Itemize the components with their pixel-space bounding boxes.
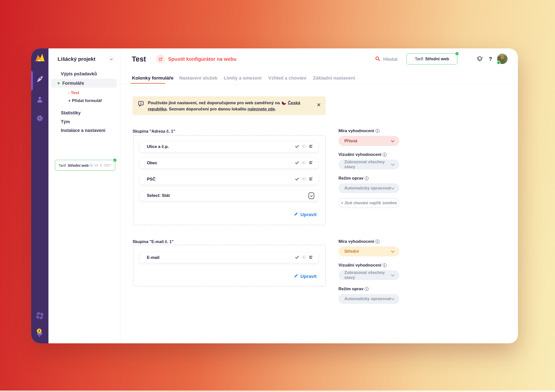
project-switcher-button[interactable] (108, 56, 114, 62)
rocket-icon (36, 76, 44, 84)
tariff-prefix: Tarif: (59, 163, 67, 167)
add-country-behavior-button[interactable]: + Jiné chování napříč zeměmi (338, 198, 399, 208)
tab-vzhled-a-chovani[interactable]: Vzhled a chování (268, 75, 306, 81)
header-tariff-check-icon: ✓ (455, 52, 459, 56)
banner-text-part3: . (275, 107, 276, 111)
banner-more-link[interactable]: naleznete zde (247, 107, 275, 111)
visual-eval-select[interactable]: Zobrazovat všechny stavy (338, 160, 399, 169)
banner-close-icon[interactable]: ✕ (316, 102, 321, 108)
autocomplete-disabled-icon (302, 255, 306, 260)
field-row-obec[interactable]: Obec (140, 158, 318, 168)
field-row-email[interactable]: E-mail (140, 252, 318, 263)
project-name: Lišácký projekt (58, 56, 95, 62)
sidebar-item-forms[interactable] (31, 74, 48, 85)
czech-flag-icon (282, 101, 286, 105)
project-nav: Lišácký projekt Výpis požadavků Formulář… (48, 48, 120, 343)
edit-group-adresa-button[interactable]: Upravit (294, 212, 316, 217)
field-label: PSČ (147, 177, 155, 182)
list-icon (309, 144, 313, 149)
info-icon[interactable]: i (383, 153, 387, 157)
correction-mode-select[interactable]: Automaticky opravovat (338, 183, 399, 193)
visual-eval-label-2: Vizuální vyhodnocení i (338, 263, 387, 268)
field-row-select-stat[interactable]: Select: Stát (140, 190, 318, 201)
main-content: Test Spustit konfigurátor na webu Hledat (120, 48, 518, 343)
launch-configurator-label: Spustit konfigurátor na webu (168, 56, 237, 62)
info-icon[interactable]: i (383, 263, 387, 267)
banner-text: Používáte jiné nastavení, než doporučuje… (148, 100, 309, 112)
search-icon (375, 56, 380, 62)
info-icon[interactable]: i (376, 129, 379, 133)
autocomplete-disabled-icon (302, 177, 306, 182)
list-icon (309, 161, 313, 165)
sidebar-item-instalace[interactable]: Instalace a nastavení (61, 128, 105, 133)
sidebar-item-formulare[interactable]: Formuláře (51, 79, 117, 88)
bell-icon (476, 59, 483, 63)
edit-label: Upravit (300, 274, 316, 279)
correction-mode-value-2: Automaticky opravovat (344, 296, 391, 301)
tariff-check-icon: ✓ (113, 158, 117, 162)
tariff-box[interactable]: Tarif: Střední web do 14. 6. 2027 ✓ (55, 160, 115, 171)
notifications-button[interactable] (476, 56, 483, 63)
label-text: Režim oprav (338, 287, 363, 291)
support-button[interactable] (31, 310, 48, 322)
banner-text-part1: Používáte jiné nastavení, než doporučuje… (148, 101, 280, 105)
page-title: Test (132, 55, 146, 63)
visual-eval-select-2[interactable]: Zobrazovat všechny stavy (338, 270, 399, 280)
foxentry-fox-logo-icon (35, 53, 45, 63)
tab-limity-a-omezeni[interactable]: Limity a omezení (224, 75, 262, 81)
search-button[interactable]: Hledat (375, 56, 398, 62)
chevron-down-icon (391, 162, 394, 167)
sidebar-item-vypis-pozadavku[interactable]: Výpis požadavků (61, 71, 97, 77)
info-icon[interactable]: i (365, 287, 369, 291)
field-row-psc[interactable]: PSČ (140, 174, 318, 185)
bottom-edge-strip (0, 391, 555, 392)
select-dropdown-button[interactable] (309, 192, 314, 199)
eval-level-select-2[interactable]: Střední (338, 247, 399, 256)
tab-nastaveni-sluzeb[interactable]: Nastavení služeb (179, 75, 217, 81)
chevron-down-icon (391, 296, 394, 301)
info-icon[interactable]: i (376, 240, 379, 244)
tab-zakladni-nastaveni[interactable]: Základní nastavení (313, 75, 355, 81)
header-tariff-button[interactable]: Tarif: Střední web ✓ (406, 53, 457, 64)
list-icon (309, 177, 313, 182)
sidebar-item-statistiky[interactable]: Statistiky (61, 110, 81, 116)
lifebuoy-icon (36, 312, 44, 321)
sidebar-item-team[interactable] (31, 94, 48, 106)
edit-group-email-button[interactable]: Upravit (294, 274, 316, 279)
sidebar-subitem-test[interactable]: - Test (68, 90, 79, 95)
field-row-ulice[interactable]: Ulice a č.p. (140, 142, 318, 152)
label-text: Vizuální vyhodnocení (338, 152, 381, 157)
sidebar-item-tym[interactable]: Tým (61, 119, 70, 124)
eval-level-value: Přísná (344, 139, 357, 144)
header-tariff-prefix: Tarif: (415, 57, 424, 62)
tab-kolonky-formulare[interactable]: Kolonky formuláře (132, 75, 174, 81)
sidebar-item-settings[interactable] (31, 113, 48, 124)
person-icon (36, 96, 43, 104)
eval-level-value-2: Střední (344, 249, 359, 254)
avatar[interactable] (497, 54, 508, 64)
eval-level-select[interactable]: Přísná (338, 136, 399, 146)
group-title-adresa: Skupina "Adresa č. 1" (133, 129, 175, 134)
online-status-dot (497, 61, 500, 64)
edit-label: Upravit (300, 212, 316, 217)
correction-mode-value: Automaticky opravovat (344, 186, 391, 191)
launch-configurator-button[interactable]: Spustit konfigurátor na webu (156, 55, 237, 63)
validation-check-icon (295, 144, 299, 149)
field-label: E-mail (147, 255, 159, 260)
add-country-behavior-label: + Jiné chování napříč zeměmi (341, 201, 397, 205)
chevron-down-icon (391, 249, 394, 254)
banner-text-part2: . Seznam doporučení pro danou lokalitu (167, 107, 246, 111)
correction-mode-label-2: Režim oprav i (338, 287, 369, 291)
app-logo[interactable] (31, 52, 48, 64)
correction-mode-select-2[interactable]: Automaticky opravovat (338, 294, 399, 304)
chevron-down-icon (110, 57, 113, 61)
recommendation-banner: Používáte jiné nastavení, než doporučuje… (133, 96, 326, 115)
help-button[interactable]: ? (489, 56, 492, 62)
sidebar-item-formulare-label: Formuláře (62, 81, 84, 86)
icon-rail: 4 (31, 48, 48, 343)
megaphone-icon: 4 (36, 330, 44, 339)
info-icon[interactable]: i (365, 176, 369, 180)
sidebar-subitem-add-form[interactable]: + Přidat formulář (68, 98, 102, 103)
announcements-button[interactable]: 4 (31, 329, 48, 340)
header-divider (150, 54, 151, 65)
